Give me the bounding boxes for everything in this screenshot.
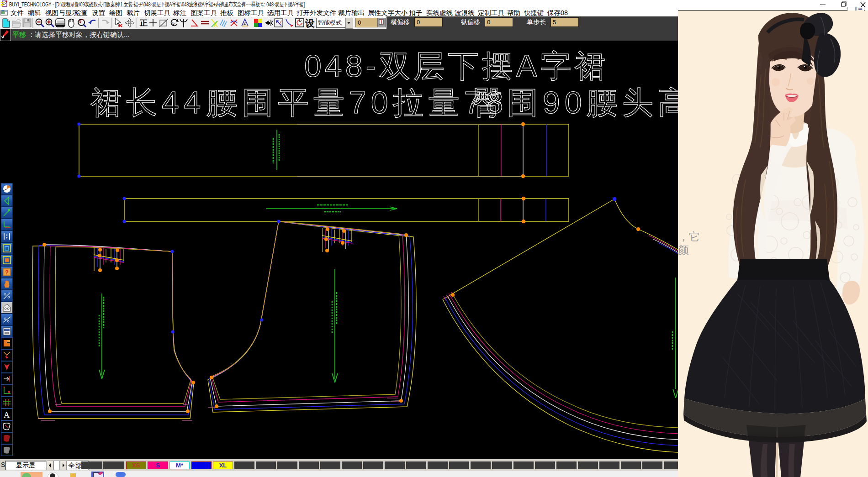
svg-text:设: 设 — [305, 18, 315, 29]
svg-text:A: A — [4, 410, 10, 419]
svg-text:颜: 颜 — [678, 244, 689, 256]
svg-text:，它: ，它 — [678, 231, 700, 243]
svg-text:2: 2 — [243, 21, 246, 26]
svg-text:正: 正 — [139, 19, 148, 27]
svg-text:5: 5 — [172, 21, 175, 26]
svg-text:?: ? — [5, 269, 9, 276]
